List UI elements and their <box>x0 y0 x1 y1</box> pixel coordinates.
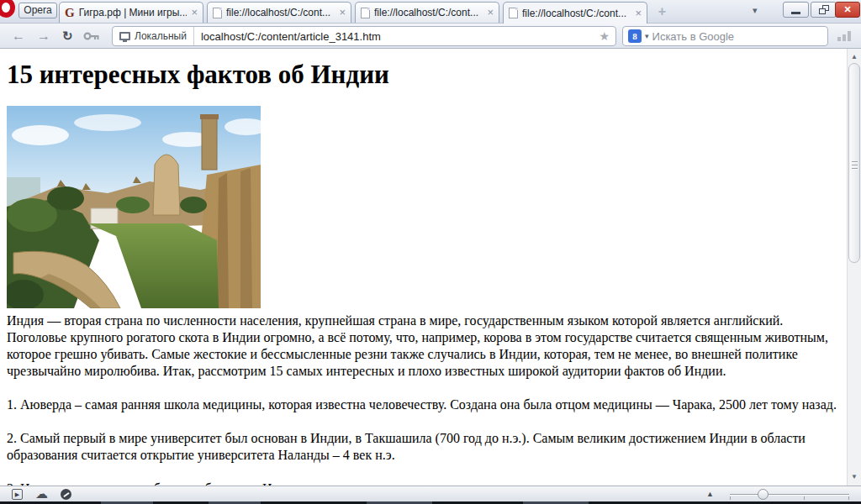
tab-label: file://localhost/C:/cont... <box>374 7 483 18</box>
bookmark-star-icon[interactable]: ★ <box>599 29 615 43</box>
article-paragraph: 2. Самый первый в мире университет был о… <box>7 430 844 464</box>
page-content: 15 интересных фактов об Индии <box>0 49 861 486</box>
tab-gigra[interactable]: G Гигра.рф | Мини игры... × <box>59 2 203 23</box>
minimize-icon <box>791 12 800 14</box>
panel-toggle-icon[interactable]: ▶ <box>12 489 23 500</box>
vertical-scrollbar[interactable]: ▲ ▼ <box>847 49 861 486</box>
minimize-button[interactable] <box>783 2 809 18</box>
tab-close-icon[interactable]: × <box>635 8 642 18</box>
close-button[interactable]: ✕ <box>835 2 860 18</box>
page-favicon <box>361 8 370 18</box>
tab-list-chevron-icon[interactable]: ▾ <box>753 5 758 16</box>
navigation-toolbar: ← → ↻ Локальный ★ 8 ▾ <box>0 24 861 49</box>
article-photo-chittorgarh-fort <box>7 106 261 308</box>
tab-label: Гигра.рф | Мини игры... <box>79 7 188 18</box>
tab-file-3-active[interactable]: file://localhost/C:/cont... × <box>503 2 647 24</box>
zoom-popup-icon[interactable]: ▲ <box>706 490 714 498</box>
usage-bars-icon[interactable] <box>837 31 853 41</box>
restore-button[interactable] <box>811 2 837 18</box>
tab-label: file://localhost/C:/cont... <box>226 7 335 18</box>
opera-link-cloud-icon[interactable]: ☁ <box>35 486 48 501</box>
address-bar[interactable]: Локальный ★ <box>112 26 616 46</box>
tab-close-icon[interactable]: × <box>339 8 346 18</box>
search-field[interactable]: 8 ▾ <box>622 26 828 46</box>
scrollbar-thumb[interactable] <box>848 63 860 263</box>
tab-close-icon[interactable]: × <box>191 8 198 18</box>
page-favicon <box>213 8 222 18</box>
opera-turbo-gauge-icon[interactable] <box>61 489 71 500</box>
scroll-up-icon[interactable]: ▲ <box>848 50 861 64</box>
back-icon[interactable]: ← <box>12 29 25 43</box>
engine-dropdown-icon[interactable]: ▾ <box>645 32 649 40</box>
zoom-slider[interactable] <box>730 494 849 496</box>
new-tab-button[interactable]: + <box>655 5 669 19</box>
restore-icon <box>819 5 829 14</box>
browser-window: Opera G Гигра.рф | Мини игры... × file:/… <box>0 0 861 504</box>
google-engine-icon[interactable]: 8 <box>628 29 642 43</box>
reload-icon[interactable]: ↻ <box>62 29 73 42</box>
article-paragraph: Индия — вторая страна по численности нас… <box>7 312 844 380</box>
article-paragraph: 1. Аюверда – самая ранняя школа медицины… <box>7 396 844 413</box>
scroll-down-icon[interactable]: ▼ <box>848 470 861 484</box>
gigra-favicon: G <box>65 6 75 20</box>
article-title: 15 интересных фактов об Индии <box>7 60 844 90</box>
status-bar: ▶ ☁ ▲ <box>0 486 861 501</box>
tab-close-icon[interactable]: × <box>487 8 494 18</box>
zoom-slider-thumb[interactable] <box>758 489 769 500</box>
forward-icon[interactable]: → <box>37 29 50 43</box>
site-badge[interactable]: Локальный <box>113 27 194 45</box>
url-input[interactable] <box>194 30 599 43</box>
key-icon[interactable] <box>83 31 100 41</box>
site-badge-label: Локальный <box>135 30 187 42</box>
search-input[interactable] <box>652 30 822 43</box>
tab-file-2[interactable]: file://localhost/C:/cont... × <box>355 2 499 23</box>
tab-bar: Opera G Гигра.рф | Мини игры... × file:/… <box>0 0 861 24</box>
opera-menu-button[interactable]: Opera <box>18 3 57 18</box>
tab-file-1[interactable]: file://localhost/C:/cont... × <box>207 2 351 23</box>
page-favicon <box>509 8 518 18</box>
local-site-icon <box>119 32 130 40</box>
tab-label: file://localhost/C:/cont... <box>522 8 631 19</box>
opera-logo-icon <box>0 0 15 18</box>
